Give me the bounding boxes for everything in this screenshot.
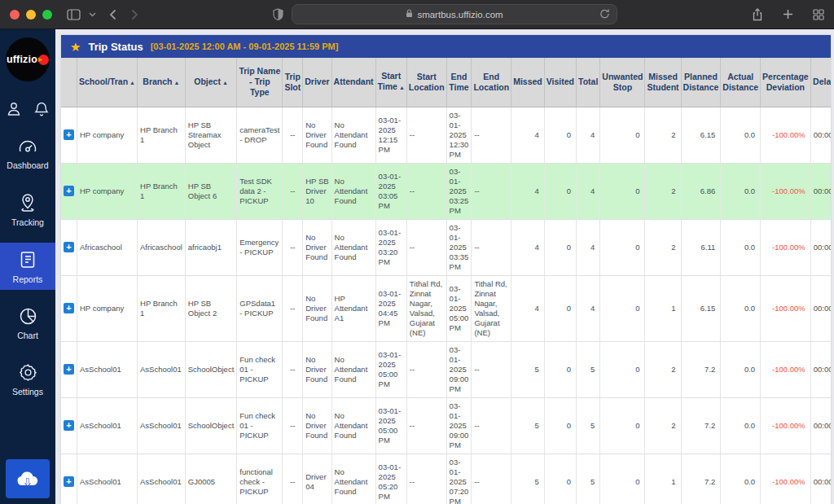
column-header-unwanted_stop[interactable]: Unwanted Stop (600, 58, 645, 107)
column-header-object[interactable]: Object▲ (185, 58, 237, 107)
cell-missed_student: 1 (645, 275, 681, 341)
cell-end_time: 03-01-2025 09:00 PM (446, 397, 472, 454)
cell-planned_distance: 7.2 (681, 454, 721, 504)
expand-row-button[interactable]: + (64, 242, 74, 252)
cloud-download-button[interactable] (6, 459, 50, 498)
column-header-planned_distance[interactable]: Planned Distance (681, 58, 721, 107)
sort-asc-icon: ▲ (399, 85, 405, 90)
cell-total: 5 (577, 397, 600, 454)
cell-start_location: -- (406, 219, 446, 275)
cell-trip_slot: -- (283, 107, 303, 163)
cell-branch: Africaschool (138, 219, 186, 275)
expand-row-button[interactable]: + (64, 186, 74, 196)
chevron-down-icon[interactable] (89, 12, 96, 17)
cell-visited: 0 (544, 275, 576, 341)
table-row: +HP companyHP Branch 1HP SB Streamax Obj… (61, 107, 831, 163)
sidebar-item-label: Tracking (11, 217, 44, 227)
cell-school: AsSchool01 (77, 397, 138, 454)
cell-driver: No Driver Found (303, 107, 331, 163)
column-header-branch[interactable]: Branch▲ (138, 58, 186, 107)
cell-attendant: No Attendant Found (331, 219, 375, 275)
cell-start_location: -- (406, 454, 446, 504)
column-header-missed_student[interactable]: Missed Student (645, 58, 681, 107)
column-header-start_time[interactable]: Start Time▲ (375, 58, 406, 107)
cell-missed: 5 (511, 454, 545, 504)
cell-missed: 4 (511, 107, 545, 163)
close-window-button[interactable] (10, 10, 20, 20)
cell-delay: 00:00 (810, 397, 831, 454)
cell-delay: 00:00 (810, 454, 831, 504)
column-header-driver[interactable]: Driver (303, 58, 331, 107)
column-label: Total (578, 77, 598, 86)
new-tab-icon[interactable] (783, 9, 793, 20)
tab-overview-icon[interactable] (813, 9, 824, 20)
column-label: School/Tran (79, 77, 128, 86)
date-range[interactable]: [03-01-2025 12:00 AM - 09-01-2025 11:59 … (151, 42, 339, 51)
sidebar-item-reports[interactable]: Reports (0, 243, 55, 290)
column-header-end_time[interactable]: End Time (446, 58, 472, 107)
sidebar-item-label: Dashboard (7, 160, 48, 170)
cell-end_location: -- (472, 341, 511, 397)
column-header-visited[interactable]: Visited (544, 58, 576, 107)
cell-trip_name: Test SDK data 2 - PICKUP (237, 163, 283, 219)
cell-school: Africaschool (77, 219, 138, 275)
column-header-start_location[interactable]: Start Location (406, 58, 446, 107)
column-header-end_location[interactable]: End Location (472, 58, 511, 107)
cell-expand: + (61, 397, 77, 454)
uffizio-logo[interactable]: uffizio▸ (6, 37, 50, 81)
column-header-trip_slot[interactable]: Trip Slot (283, 58, 303, 107)
cell-missed_student: 2 (645, 107, 681, 163)
sidebar-item-chart[interactable]: Chart (0, 300, 55, 346)
bell-icon[interactable] (33, 101, 50, 121)
cell-branch: HP Branch 1 (138, 275, 186, 341)
column-header-trip_name[interactable]: Trip Name - Trip Type (237, 58, 283, 107)
sidebar-item-label: Chart (17, 331, 38, 340)
column-header-missed[interactable]: Missed (511, 58, 545, 107)
share-icon[interactable] (752, 8, 763, 21)
column-header-total[interactable]: Total (577, 58, 600, 107)
forward-button[interactable] (131, 9, 138, 20)
column-header-attendant[interactable]: Attendant (331, 58, 375, 107)
cell-start_location: -- (406, 107, 446, 163)
cell-expand: + (61, 163, 77, 219)
expand-row-button[interactable]: + (64, 476, 74, 487)
cell-trip_slot: -- (283, 275, 303, 341)
table-row: +HP companyHP Branch 1HP SB Object 2GPSd… (61, 275, 831, 341)
cell-visited: 0 (544, 219, 576, 275)
cell-visited: 0 (544, 163, 576, 219)
column-header-percentage_deviation[interactable]: Percentage Deviation (761, 58, 811, 107)
cell-end_time: 03-01-2025 03:25 PM (446, 163, 472, 219)
sidebar-item-label: Settings (12, 387, 43, 397)
sidebar-toggle-icon[interactable] (67, 9, 81, 20)
column-header-delay[interactable]: Delay (810, 58, 831, 107)
logo-dot: ▸ (38, 55, 49, 65)
reload-icon[interactable] (599, 8, 610, 21)
table-row: +AfricaschoolAfricaschoolafricaobj1Emerg… (61, 219, 831, 275)
sidebar-item-dashboard[interactable]: Dashboard (0, 130, 55, 176)
back-button[interactable] (109, 9, 116, 20)
expand-row-button[interactable]: + (64, 129, 74, 140)
reports-icon (19, 250, 37, 271)
expand-row-button[interactable]: + (64, 420, 74, 431)
cell-start_time: 03-01-2025 05:00 PM (375, 341, 406, 397)
favorite-star-icon[interactable]: ★ (70, 41, 81, 53)
column-header-actual_distance[interactable]: Actual Distance (721, 58, 761, 107)
expand-row-button[interactable]: + (64, 364, 74, 375)
minimize-window-button[interactable] (26, 10, 36, 20)
zoom-window-button[interactable] (42, 10, 52, 20)
expand-row-button[interactable]: + (64, 303, 74, 313)
sidebar-item-tracking[interactable]: Tracking (0, 186, 55, 233)
cell-unwanted_stop: 0 (600, 219, 645, 275)
cell-percentage_deviation: -100.00% (761, 454, 811, 504)
cell-object: GJ0005 (185, 454, 237, 504)
cell-visited: 0 (544, 454, 576, 504)
address-bar[interactable]: smartbus.uffizio.com (292, 4, 617, 24)
cell-missed: 5 (511, 341, 545, 397)
cell-start_time: 03-01-2025 05:20 PM (375, 454, 406, 504)
user-icon[interactable] (6, 101, 22, 121)
sidebar-item-settings[interactable]: Settings (0, 356, 55, 402)
cell-visited: 0 (544, 397, 576, 454)
cell-school: AsSchool01 (77, 341, 138, 397)
column-header-school[interactable]: School/Tran▲ (77, 58, 138, 107)
privacy-shield-icon[interactable] (273, 8, 283, 20)
